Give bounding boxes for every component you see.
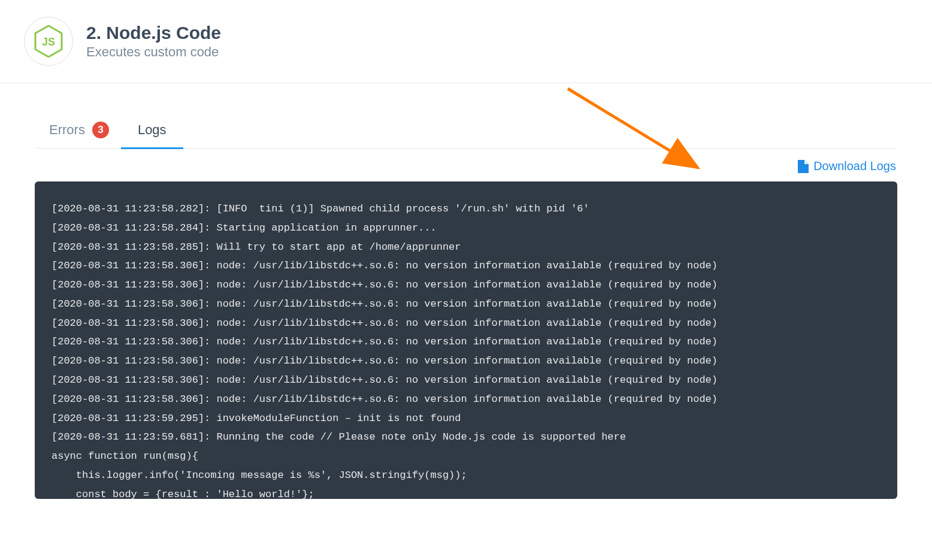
- download-logs-button[interactable]: Download Logs: [798, 159, 896, 173]
- log-line: [2020-08-31 11:23:59.295]: invokeModuleF…: [52, 409, 880, 428]
- page-header: JS 2. Node.js Code Executes custom code: [0, 0, 932, 83]
- log-line: [2020-08-31 11:23:58.306]: node: /usr/li…: [52, 371, 880, 390]
- errors-count-badge: 3: [92, 122, 109, 138]
- page-subtitle: Executes custom code: [86, 44, 221, 60]
- log-output-panel[interactable]: [2020-08-31 11:23:58.282]: [INFO tini (1…: [35, 181, 897, 499]
- log-line: [2020-08-31 11:23:58.282]: [INFO tini (1…: [52, 199, 880, 219]
- log-line: [2020-08-31 11:23:58.306]: node: /usr/li…: [52, 276, 880, 295]
- log-line: [2020-08-31 11:23:58.306]: node: /usr/li…: [52, 314, 880, 333]
- log-line: const body = {result : 'Hello world!'};: [52, 485, 880, 499]
- tab-errors[interactable]: Errors 3: [35, 112, 121, 148]
- log-line: async function run(msg){: [52, 447, 880, 466]
- log-line: [2020-08-31 11:23:58.306]: node: /usr/li…: [52, 352, 880, 371]
- page-title: 2. Node.js Code: [86, 23, 221, 43]
- svg-text:JS: JS: [42, 36, 55, 48]
- log-line: [2020-08-31 11:23:58.306]: node: /usr/li…: [52, 295, 880, 314]
- log-line: [2020-08-31 11:23:58.306]: node: /usr/li…: [52, 390, 880, 409]
- tab-errors-label: Errors: [49, 122, 85, 138]
- tab-bar: Errors 3 Logs: [35, 112, 897, 149]
- log-line: [2020-08-31 11:23:58.306]: node: /usr/li…: [52, 256, 880, 276]
- tab-logs[interactable]: Logs: [121, 113, 183, 149]
- log-line: this.logger.info('Incoming message is %s…: [52, 466, 880, 485]
- file-icon: [798, 160, 809, 173]
- log-line: [2020-08-31 11:23:58.306]: node: /usr/li…: [52, 332, 880, 352]
- download-logs-label: Download Logs: [813, 159, 896, 173]
- tab-logs-label: Logs: [138, 122, 167, 138]
- log-line: [2020-08-31 11:23:58.285]: Will try to s…: [52, 238, 880, 257]
- log-line: [2020-08-31 11:23:58.284]: Starting appl…: [52, 219, 880, 238]
- nodejs-icon: JS: [24, 17, 73, 66]
- log-line: [2020-08-31 11:23:59.681]: Running the c…: [52, 428, 880, 447]
